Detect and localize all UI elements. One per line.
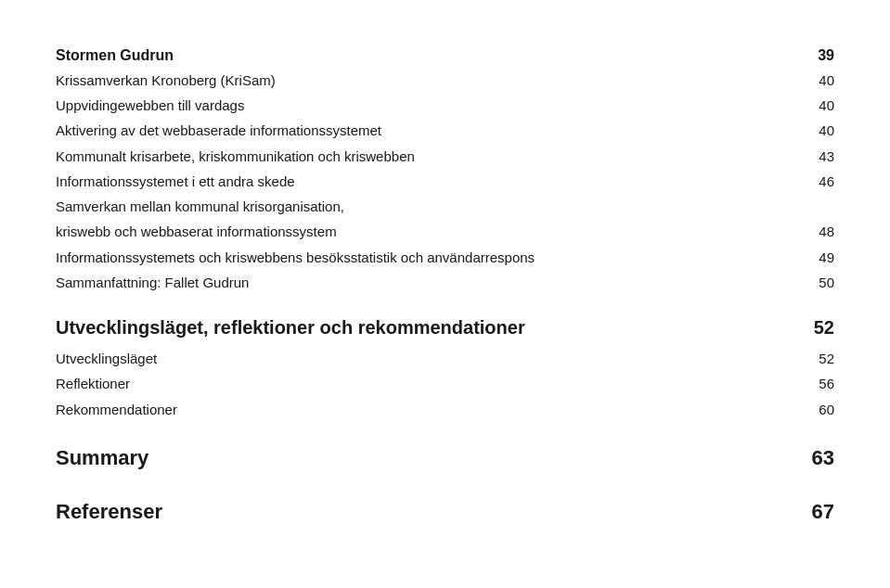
table-of-contents: Stormen Gudrun39Krissamverkan Kronoberg … [56, 45, 834, 528]
toc-page-number: 49 [806, 247, 834, 268]
toc-row: Informationssystemets och kriswebbens be… [56, 247, 834, 268]
toc-row: Summary63 [56, 442, 834, 474]
toc-label: Uppvidingewebben till vardags [56, 95, 806, 116]
toc-row: Rekommendationer60 [56, 399, 834, 420]
toc-row: Sammanfattning: Fallet Gudrun50 [56, 272, 834, 293]
toc-row: Informationssystemet i ett andra skede46 [56, 171, 834, 192]
toc-label: Referenser [56, 496, 806, 528]
toc-page-number: 60 [806, 399, 834, 420]
toc-row: Stormen Gudrun39 [56, 45, 834, 68]
toc-label: Utvecklingsläget [56, 348, 806, 369]
toc-label: kriswebb och webbaserat informationssyst… [56, 221, 806, 242]
toc-page-number: 52 [806, 348, 834, 369]
toc-page-number: 40 [806, 120, 834, 141]
toc-label: Rekommendationer [56, 399, 806, 420]
toc-label: Aktivering av det webbaserade informatio… [56, 120, 806, 141]
toc-label: Samverkan mellan kommunal krisorganisati… [56, 196, 806, 217]
toc-row: kriswebb och webbaserat informationssyst… [56, 221, 834, 242]
toc-label: Reflektioner [56, 373, 806, 394]
toc-page-number: 46 [806, 171, 834, 192]
toc-page-number: 67 [806, 496, 834, 528]
toc-row: Reflektioner56 [56, 373, 834, 394]
toc-page-number: 39 [806, 45, 834, 68]
toc-page-number: 40 [806, 95, 834, 116]
toc-label: Summary [56, 442, 806, 474]
toc-row: Utvecklingsläget, reflektioner och rekom… [56, 313, 834, 342]
toc-page-number: 48 [806, 221, 834, 242]
toc-page-number: 40 [806, 70, 834, 91]
toc-row: Aktivering av det webbaserade informatio… [56, 120, 834, 141]
toc-label: Stormen Gudrun [56, 45, 806, 68]
toc-page-number: 56 [806, 373, 834, 394]
toc-row: Uppvidingewebben till vardags40 [56, 95, 834, 116]
toc-page-number: 63 [806, 442, 834, 474]
toc-label: Informationssystemets och kriswebbens be… [56, 247, 806, 268]
toc-row: Samverkan mellan kommunal krisorganisati… [56, 196, 834, 217]
toc-row: Kommunalt krisarbete, kriskommunikation … [56, 146, 834, 167]
toc-label: Informationssystemet i ett andra skede [56, 171, 806, 192]
toc-label: Krissamverkan Kronoberg (KriSam) [56, 70, 806, 91]
toc-label: Sammanfattning: Fallet Gudrun [56, 272, 806, 293]
toc-page-number: 50 [806, 272, 834, 293]
toc-page-number: 43 [806, 146, 834, 167]
toc-row: Referenser67 [56, 496, 834, 528]
toc-row: Utvecklingsläget52 [56, 348, 834, 369]
toc-page-number: 52 [806, 313, 834, 342]
toc-row: Krissamverkan Kronoberg (KriSam)40 [56, 70, 834, 91]
toc-label: Kommunalt krisarbete, kriskommunikation … [56, 146, 806, 167]
toc-label: Utvecklingsläget, reflektioner och rekom… [56, 313, 806, 342]
